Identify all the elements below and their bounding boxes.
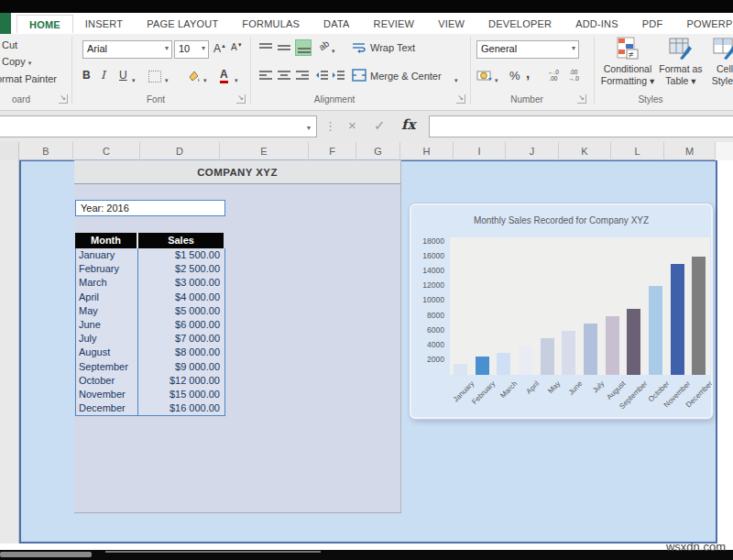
month-cell[interactable]: December bbox=[76, 401, 138, 415]
tab-data[interactable]: DATA bbox=[312, 15, 362, 32]
accounting-chevron-icon[interactable]: ▾ bbox=[495, 72, 498, 85]
month-cell[interactable]: February bbox=[76, 262, 138, 276]
sales-cell[interactable]: $9 000.00 bbox=[138, 360, 223, 374]
column-header-I[interactable]: I bbox=[454, 142, 506, 160]
column-header-E[interactable]: E bbox=[220, 142, 309, 160]
cancel-icon[interactable]: × bbox=[348, 117, 356, 133]
clipboard-dialog-launcher-icon[interactable]: ↘ bbox=[59, 94, 68, 104]
font-color-chevron-icon[interactable]: ▾ bbox=[235, 72, 238, 85]
sales-cell[interactable]: $2 500.00 bbox=[138, 262, 223, 276]
conditional-formatting-button[interactable]: ≠ Conditional Formatting ▾ bbox=[600, 37, 655, 87]
sales-cell[interactable]: $8 000.00 bbox=[138, 346, 223, 359]
number-format-combobox[interactable]: General▾ bbox=[476, 40, 579, 59]
bar-january[interactable] bbox=[454, 364, 467, 375]
font-name-combobox[interactable]: Arial▾ bbox=[82, 40, 172, 59]
column-header-D[interactable]: D bbox=[140, 142, 220, 160]
bottom-align-icon[interactable] bbox=[295, 39, 312, 56]
underline-button[interactable]: U bbox=[119, 69, 127, 82]
fill-color-chevron-icon[interactable]: ▾ bbox=[203, 72, 207, 85]
name-box[interactable]: ▾ bbox=[0, 115, 317, 137]
tab-review[interactable]: REVIEW bbox=[362, 15, 427, 32]
column-header-L[interactable]: L bbox=[611, 142, 664, 160]
column-header-H[interactable]: H bbox=[400, 142, 454, 160]
bar-december[interactable] bbox=[692, 257, 706, 375]
sales-cell[interactable]: $3 000.00 bbox=[138, 276, 223, 290]
copy-button[interactable]: Copy ▾ bbox=[2, 56, 31, 67]
align-left-icon[interactable] bbox=[258, 69, 273, 85]
increase-decimal-icon[interactable]: ←.0.00 bbox=[548, 69, 559, 82]
month-cell[interactable]: January bbox=[76, 248, 138, 262]
bold-button[interactable]: B bbox=[82, 69, 91, 82]
tab-insert[interactable]: INSERT bbox=[73, 15, 135, 32]
tab-add-ins[interactable]: ADD-INS bbox=[563, 15, 630, 32]
top-align-icon[interactable] bbox=[258, 41, 273, 58]
merge-center-button[interactable]: Merge & Center bbox=[370, 71, 442, 82]
insert-function-icon[interactable]: fx bbox=[401, 116, 415, 133]
wrap-text-button[interactable]: Wrap Text bbox=[370, 42, 415, 53]
sales-cell[interactable]: $7 000.00 bbox=[138, 332, 223, 346]
sales-cell[interactable]: $16 000.00 bbox=[138, 401, 223, 415]
merge-center-chevron-icon[interactable]: ▾ bbox=[454, 72, 458, 85]
enter-icon[interactable]: ✓ bbox=[374, 117, 386, 134]
year-input-cell[interactable]: Year: 2016 bbox=[75, 200, 225, 216]
cut-button[interactable]: Cut bbox=[2, 39, 17, 50]
month-cell[interactable]: June bbox=[76, 318, 138, 332]
orientation-icon[interactable]: ab bbox=[317, 38, 331, 52]
column-header-F[interactable]: F bbox=[309, 142, 356, 160]
column-header-J[interactable]: J bbox=[506, 142, 559, 160]
tab-formulas[interactable]: FORMULAS bbox=[230, 15, 312, 32]
accounting-format-icon[interactable] bbox=[476, 69, 493, 86]
tab-pdf[interactable]: PDF bbox=[630, 15, 675, 32]
number-dialog-launcher-icon[interactable]: ↘ bbox=[577, 94, 586, 104]
sales-chart[interactable]: Monthly Sales Recorded for Company XYZ 1… bbox=[410, 203, 713, 419]
bar-june[interactable] bbox=[562, 331, 575, 375]
month-cell[interactable]: October bbox=[76, 374, 138, 388]
bar-november[interactable] bbox=[671, 264, 684, 375]
column-header-C[interactable]: C bbox=[73, 142, 140, 160]
sales-cell[interactable]: $1 500.00 bbox=[138, 248, 223, 262]
sales-cell[interactable]: $5 000.00 bbox=[138, 304, 223, 318]
formula-input[interactable] bbox=[429, 115, 733, 137]
font-dialog-launcher-icon[interactable]: ↘ bbox=[236, 94, 246, 104]
middle-align-icon[interactable] bbox=[277, 41, 291, 58]
underline-options-chevron-icon[interactable]: ▾ bbox=[132, 72, 136, 85]
file-tab-partial[interactable] bbox=[0, 13, 11, 34]
tab-view[interactable]: VIEW bbox=[426, 15, 476, 32]
orientation-chevron-icon[interactable]: ▾ bbox=[332, 43, 335, 56]
alignment-dialog-launcher-icon[interactable]: ↘ bbox=[456, 94, 465, 104]
tab-home[interactable]: HOME bbox=[16, 15, 73, 33]
borders-icon[interactable] bbox=[148, 71, 161, 82]
sales-cell[interactable]: $4 000.00 bbox=[138, 291, 223, 304]
bar-september[interactable] bbox=[627, 309, 640, 375]
month-cell[interactable]: September bbox=[76, 360, 138, 374]
month-cell[interactable]: April bbox=[76, 291, 138, 304]
align-right-icon[interactable] bbox=[295, 69, 310, 85]
percent-style-button[interactable]: % bbox=[509, 69, 520, 82]
bar-april[interactable] bbox=[519, 346, 532, 375]
bar-july[interactable] bbox=[584, 324, 597, 375]
decrease-font-size-button[interactable]: A▼ bbox=[231, 42, 243, 52]
month-cell[interactable]: November bbox=[76, 388, 138, 401]
merge-center-icon[interactable] bbox=[352, 69, 366, 85]
font-size-combobox[interactable]: 10▾ bbox=[174, 40, 209, 59]
sales-column-header[interactable]: Sales bbox=[138, 233, 224, 248]
month-column-header[interactable]: Month bbox=[75, 233, 138, 248]
align-center-icon[interactable] bbox=[277, 69, 291, 85]
cell-styles-button[interactable]: Cell Styles bbox=[706, 37, 733, 87]
borders-chevron-icon[interactable]: ▾ bbox=[165, 72, 169, 85]
column-header-M[interactable]: M bbox=[664, 142, 716, 160]
format-painter-button[interactable]: ormat Painter bbox=[0, 73, 57, 84]
column-header-G[interactable]: G bbox=[356, 142, 400, 160]
format-as-table-button[interactable]: Format as Table ▾ bbox=[657, 37, 705, 87]
bar-march[interactable] bbox=[497, 353, 510, 375]
worksheet-area[interactable]: COMPANY XYZ Year: 2016 Month Sales Janua… bbox=[19, 160, 717, 544]
decrease-decimal-icon[interactable]: .00→.0 bbox=[568, 69, 579, 82]
bar-may[interactable] bbox=[541, 338, 554, 375]
column-header-B[interactable]: B bbox=[19, 142, 73, 160]
italic-button[interactable]: I bbox=[101, 69, 105, 82]
month-cell[interactable]: May bbox=[76, 304, 138, 318]
month-cell[interactable]: August bbox=[76, 346, 138, 359]
month-cell[interactable]: March bbox=[76, 276, 138, 290]
select-all-corner[interactable] bbox=[0, 142, 19, 160]
company-title-cell[interactable]: COMPANY XYZ bbox=[74, 160, 400, 184]
